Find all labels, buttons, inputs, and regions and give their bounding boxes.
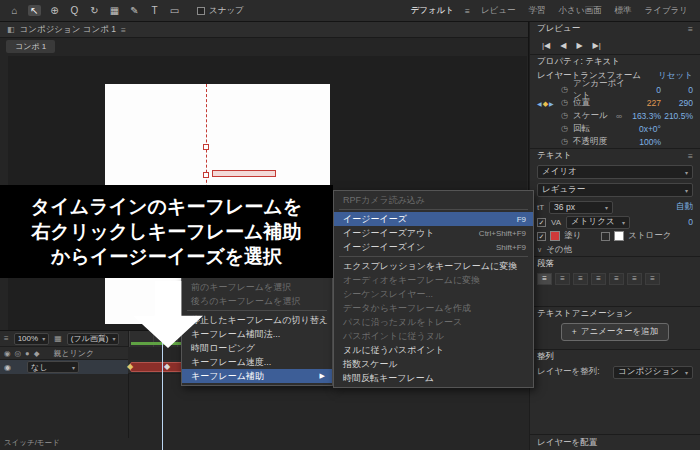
- play-button[interactable]: ▶: [576, 41, 582, 50]
- menu-item-label: イージーイーズイン: [343, 241, 425, 254]
- stopwatch-icon[interactable]: [561, 111, 573, 120]
- menu-item-keyframe-velocity[interactable]: キーフレーム速度...: [182, 355, 332, 369]
- selection-tool-icon[interactable]: ↖: [28, 5, 41, 16]
- camera-tool-icon[interactable]: ▦: [108, 5, 121, 16]
- zoom-tool-icon[interactable]: Q: [68, 5, 81, 16]
- timeline-menu-icon[interactable]: [4, 334, 9, 343]
- keyframe-assistant-submenu: RPFカメラ読み込み イージーイーズ F9 イージーイーズアウト Ctrl+Sh…: [333, 190, 534, 388]
- workspace-tab-standard[interactable]: 標準: [609, 2, 638, 20]
- stopwatch-icon[interactable]: [561, 137, 573, 146]
- kerning-select[interactable]: メトリクス: [566, 216, 630, 229]
- menu-item-easy-ease[interactable]: イージーイーズ F9: [334, 212, 533, 226]
- magnification-select[interactable]: 100%: [14, 333, 49, 345]
- preview-menu-icon[interactable]: [688, 24, 693, 34]
- position-y-value[interactable]: 290: [661, 98, 693, 108]
- align-center-button[interactable]: [555, 273, 570, 285]
- menu-separator: [339, 209, 528, 210]
- add-animator-button[interactable]: アニメーターを追加: [561, 323, 669, 341]
- menu-item-keyframe-interpolation[interactable]: キーフレーム補間法...: [182, 327, 332, 341]
- menu-item-select-following-keyframes: 後ろのキーフレームを選択: [182, 294, 332, 308]
- fill-checkbox[interactable]: [537, 232, 546, 241]
- composition-tab-title[interactable]: コンポジション コンポ 1: [20, 24, 116, 36]
- rotate-tool-icon[interactable]: ↻: [88, 5, 101, 16]
- first-frame-button[interactable]: |◀: [542, 41, 550, 50]
- menu-item-easy-ease-in[interactable]: イージーイーズイン Shift+F9: [334, 240, 533, 254]
- motion-path-keyframe[interactable]: [203, 172, 209, 178]
- shape-tool-icon[interactable]: ▭: [168, 5, 181, 16]
- kerning-checkbox[interactable]: [537, 218, 546, 227]
- anchor-x-value[interactable]: 0: [625, 85, 661, 95]
- rotation-value[interactable]: 0x+0°: [625, 124, 661, 134]
- menu-item-toggle-hold-keyframe[interactable]: 停止したキーフレームの切り替え: [182, 313, 332, 327]
- keyframe-diamond-icon[interactable]: [543, 98, 548, 108]
- previous-frame-button[interactable]: ◀: [560, 41, 566, 50]
- workspace-tab-small-screen[interactable]: 小さい画面: [553, 2, 608, 20]
- motion-path-keyframe[interactable]: [203, 144, 209, 150]
- workspace-tab-libraries[interactable]: ライブラリ: [639, 2, 695, 20]
- stopwatch-icon[interactable]: [561, 98, 573, 107]
- menu-item-exponential-scale[interactable]: 指数スケール: [334, 357, 533, 371]
- stopwatch-icon[interactable]: [561, 85, 573, 94]
- next-keyframe-icon[interactable]: [549, 98, 554, 108]
- timeline-layer-row[interactable]: なし: [0, 360, 128, 374]
- font-style-select[interactable]: レギュラー: [537, 183, 693, 197]
- opacity-value[interactable]: 100%: [625, 137, 661, 147]
- keyframe-diamond[interactable]: [127, 362, 133, 372]
- leading-auto-value[interactable]: 自動: [676, 201, 693, 213]
- pen-tool-icon[interactable]: ✎: [128, 5, 141, 16]
- parent-link-select[interactable]: なし: [27, 361, 79, 373]
- menu-item-label: 時間ローピング: [191, 342, 255, 355]
- reset-link[interactable]: リセット: [658, 70, 693, 82]
- text-section-menu-icon[interactable]: [688, 151, 693, 161]
- workspace-tab-learn[interactable]: 学習: [523, 2, 552, 20]
- justify-last-right-button[interactable]: [627, 273, 642, 285]
- justify-all-button[interactable]: [645, 273, 660, 285]
- more-options-expander[interactable]: その他: [530, 243, 700, 256]
- stroke-color-swatch[interactable]: [614, 231, 624, 241]
- fill-color-swatch[interactable]: [550, 231, 560, 241]
- home-icon[interactable]: ⌂: [8, 5, 21, 16]
- stopwatch-icon[interactable]: [561, 124, 573, 133]
- menu-item-points-follow-nulls[interactable]: ヌルに従うパスポイント: [334, 343, 533, 357]
- justify-last-left-button[interactable]: [591, 273, 606, 285]
- snap-toggle[interactable]: スナップ: [197, 5, 244, 17]
- menu-item-rove-across-time[interactable]: 時間ローピング: [182, 341, 332, 355]
- align-layers-label: レイヤーを整列:: [537, 366, 600, 378]
- hand-tool-icon[interactable]: ⊕: [48, 5, 61, 16]
- align-left-button[interactable]: [537, 273, 552, 285]
- previous-keyframe-icon[interactable]: [537, 98, 542, 108]
- align-right-button[interactable]: [573, 273, 588, 285]
- scale-y-value[interactable]: 210.5%: [661, 111, 693, 121]
- snap-checkbox[interactable]: [197, 7, 205, 15]
- keyframe-diamond[interactable]: [164, 362, 170, 372]
- grid-options-icon[interactable]: [54, 334, 62, 343]
- current-time-indicator[interactable]: [162, 331, 163, 450]
- resolution-select[interactable]: (フル画質): [67, 333, 120, 345]
- workspace-tab-review[interactable]: レビュー: [475, 2, 522, 20]
- layer-visibility-icon[interactable]: [4, 363, 11, 372]
- position-x-value[interactable]: 227: [625, 98, 661, 108]
- menu-item-label: パスポイントに従うヌル: [343, 330, 444, 343]
- menu-item-keyframe-assistant[interactable]: キーフレーム補助: [182, 369, 332, 383]
- composition-subtab[interactable]: コンポ 1: [6, 40, 55, 53]
- workspace-tab-default[interactable]: デフォルト: [405, 2, 461, 20]
- menu-item-convert-expression-to-keyframes[interactable]: エクスプレッションをキーフレームに変換: [334, 259, 533, 273]
- justify-last-center-button[interactable]: [609, 273, 624, 285]
- link-dimensions-icon[interactable]: [613, 111, 625, 121]
- panel-menu-icon[interactable]: [121, 25, 126, 35]
- property-row-position: 位置 227 290: [530, 96, 700, 109]
- menu-item-easy-ease-out[interactable]: イージーイーズアウト Ctrl+Shift+F9: [334, 226, 533, 240]
- font-family-select[interactable]: メイリオ: [537, 165, 693, 179]
- font-size-select[interactable]: 36 px: [549, 201, 613, 214]
- tracking-value[interactable]: 0: [688, 217, 693, 227]
- last-frame-button[interactable]: ▶|: [593, 41, 601, 50]
- switches-modes-toggle[interactable]: スイッチ/モード: [4, 438, 60, 448]
- align-target-select[interactable]: コンポジション: [613, 366, 693, 379]
- workspace-menu-icon[interactable]: [461, 6, 474, 16]
- menu-item-label: イージーイーズアウト: [343, 227, 434, 240]
- anchor-y-value[interactable]: 0: [661, 85, 693, 95]
- stroke-checkbox[interactable]: [601, 232, 610, 241]
- type-tool-icon[interactable]: T: [148, 5, 161, 16]
- scale-x-value[interactable]: 163.3%: [625, 111, 661, 121]
- menu-item-time-reverse-keyframes[interactable]: 時間反転キーフレーム: [334, 371, 533, 385]
